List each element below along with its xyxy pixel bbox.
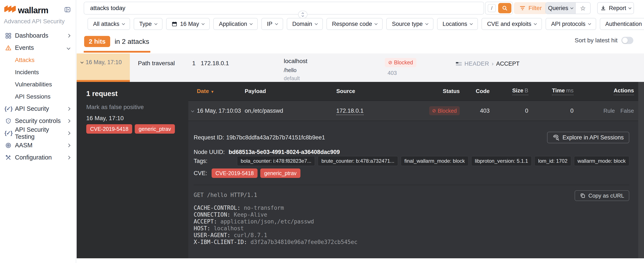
cve-badge[interactable]: CVE-2019-5418: [212, 168, 258, 178]
panel-scrollbar[interactable]: [638, 82, 644, 258]
request-row[interactable]: 16 May, 17:10:03 on,/etc/passwd 172.18.0…: [188, 101, 638, 121]
false-action-link[interactable]: False: [620, 108, 634, 114]
chevron-down-icon: [80, 60, 84, 63]
attack-domain: localhost: [284, 58, 308, 65]
tags-label: Tags:: [194, 158, 208, 164]
chevron-down-icon: [315, 22, 318, 25]
chevron-down-icon: [570, 6, 573, 9]
chevron-down-icon: [374, 22, 378, 25]
filter-chip-date[interactable]: 16 May: [166, 18, 210, 30]
filter-chip-authentication[interactable]: Authentication: [600, 18, 644, 30]
chevron-right-icon: [67, 119, 70, 123]
queries-label: Queries: [548, 5, 568, 12]
sidebar-item-api-security[interactable]: {✓} API Security: [0, 103, 76, 115]
queries-dropdown[interactable]: Queries: [546, 3, 575, 14]
chevron-right-icon: [67, 131, 70, 135]
status-label: Blocked: [394, 60, 413, 66]
tag-chips: bola_counter: i:478:f82823e7... brute_co…: [237, 156, 629, 166]
collapse-sidebar-icon[interactable]: [64, 7, 71, 14]
chevron-down-icon: [302, 14, 304, 17]
filter-chip-response-code[interactable]: Response code: [326, 18, 383, 30]
sidebar-item-security-controls[interactable]: Security controls: [0, 115, 76, 127]
chevron-right-icon: [67, 156, 70, 159]
chevron-down-icon: [67, 46, 70, 50]
column-date[interactable]: Date▼: [197, 88, 245, 95]
search-input[interactable]: [84, 2, 484, 15]
sidebar-item-api-security-testing[interactable]: {✓} API Security Testing: [0, 127, 76, 139]
filter-chip-application[interactable]: Application: [213, 18, 258, 30]
chevron-right-icon: [67, 34, 70, 38]
filter-chip-source-type[interactable]: Source type: [386, 18, 433, 30]
search-button[interactable]: [498, 3, 512, 13]
mark-false-positive-link[interactable]: Mark as false positive: [86, 104, 144, 111]
chip-label: Domain: [292, 21, 312, 27]
filter-chip-ip[interactable]: IP: [261, 18, 283, 30]
toggle-knob: [622, 38, 628, 43]
chip-label: Locations: [443, 21, 468, 27]
requests-table-header: Date▼ Payload Source Status Code SizeB T…: [188, 82, 638, 101]
chip-label: IP: [267, 21, 272, 27]
sidebar-item-events[interactable]: Events: [0, 42, 76, 54]
tag-chip[interactable]: wallarm_mode: block: [574, 156, 629, 166]
sidebar-item-vulnerabilities[interactable]: Vulnerabilities: [0, 78, 76, 90]
cve-badge[interactable]: CVE-2019-5418: [86, 124, 132, 134]
chip-label: All attacks: [93, 21, 119, 27]
request-id-row: Request ID: 19b7bc8ddfa43a72b7b74151fc8b…: [194, 134, 325, 141]
point-separator: ›: [492, 61, 494, 67]
tag-chip[interactable]: libproton_version: 5.1.1: [471, 156, 532, 166]
filter-chip-type[interactable]: Type: [134, 18, 162, 30]
sidebar-item-configuration[interactable]: Configuration: [0, 151, 76, 164]
tools-icon: [5, 154, 12, 161]
sidebar-item-dashboards[interactable]: Dashboards: [0, 30, 76, 42]
attack-row[interactable]: 16 May, 17:10 Path traversal 1 172.18.0.…: [77, 54, 644, 82]
filter-chip-cve-exploits[interactable]: CVE and exploits: [482, 18, 542, 30]
request-date: 16 May, 17:10:03: [197, 108, 245, 114]
sidebar-item-label: Security controls: [15, 117, 61, 124]
tag-chip[interactable]: brute_counter: b:478:a732471...: [318, 156, 398, 166]
chevron-down-icon: [191, 109, 194, 112]
brand-name: wallarm: [18, 6, 48, 15]
sort-toggle[interactable]: [621, 37, 633, 44]
filter-chip-all-attacks[interactable]: All attacks: [88, 18, 130, 30]
report-button[interactable]: Report: [597, 2, 634, 14]
cve-badge[interactable]: generic_ptrav: [135, 124, 175, 134]
request-payload: on,/etc/passwd: [245, 108, 336, 114]
blocked-icon: ⊘: [432, 108, 436, 114]
explore-api-sessions-button[interactable]: Explore in API Sessions: [547, 132, 629, 143]
sidebar-item-label: AASM: [15, 142, 32, 149]
grid-icon: [5, 33, 12, 39]
attack-point: HEADER › ACCEPT: [456, 61, 520, 67]
chevron-down-icon: [275, 22, 278, 25]
attack-source-ip: 172.18.0.1: [201, 60, 229, 67]
logo-row: wallarm: [0, 4, 76, 17]
raw-request-block: GET /hello HTTP/1.1 CACHE-CONTROL: no-tr…: [194, 192, 358, 245]
sidebar-item-api-sessions[interactable]: API Sessions: [0, 90, 76, 103]
sort-desc-icon: ▼: [210, 90, 214, 94]
tag-chip[interactable]: bola_counter: i:478:f82823e7...: [237, 156, 315, 166]
attack-time-cell[interactable]: 16 May, 17:10: [77, 54, 130, 82]
collapse-filters-handle[interactable]: [298, 11, 308, 18]
sidebar-item-incidents[interactable]: Incidents: [0, 66, 76, 78]
sidebar-item-aasm[interactable]: AASM: [0, 139, 76, 151]
request-source-link[interactable]: 172.18.0.1: [336, 108, 364, 115]
chevron-right-icon: [67, 107, 70, 111]
favorite-star-button[interactable]: ☆: [575, 3, 590, 14]
sidebar-item-label: Dashboards: [15, 32, 48, 39]
tag-chip[interactable]: lom_id: 1702: [534, 156, 571, 166]
column-source: Source: [336, 88, 422, 95]
chip-label: Authentication: [605, 21, 642, 27]
status-badge: ⊘ Blocked: [385, 58, 416, 67]
chevron-down-icon: [588, 22, 591, 25]
cve-badge[interactable]: generic_ptrav: [260, 168, 300, 178]
filter-chip-domain[interactable]: Domain: [287, 18, 323, 30]
copy-as-curl-button[interactable]: Copy as cURL: [574, 190, 629, 201]
filter-button[interactable]: Filter: [514, 2, 547, 14]
wallarm-console: wallarm Advanced API Security Dashboards…: [0, 0, 644, 263]
request-line: GET /hello HTTP/1.1: [194, 192, 358, 198]
rule-action-link[interactable]: Rule: [604, 108, 615, 114]
tag-chip[interactable]: final_wallarm_mode: block: [401, 156, 468, 166]
filter-chip-locations[interactable]: Locations: [437, 18, 478, 30]
sidebar-item-attacks[interactable]: Attacks: [0, 54, 76, 66]
filter-chip-api-protocols[interactable]: API protocols: [546, 18, 596, 30]
keyboard-shortcut-hint: /: [488, 4, 496, 12]
